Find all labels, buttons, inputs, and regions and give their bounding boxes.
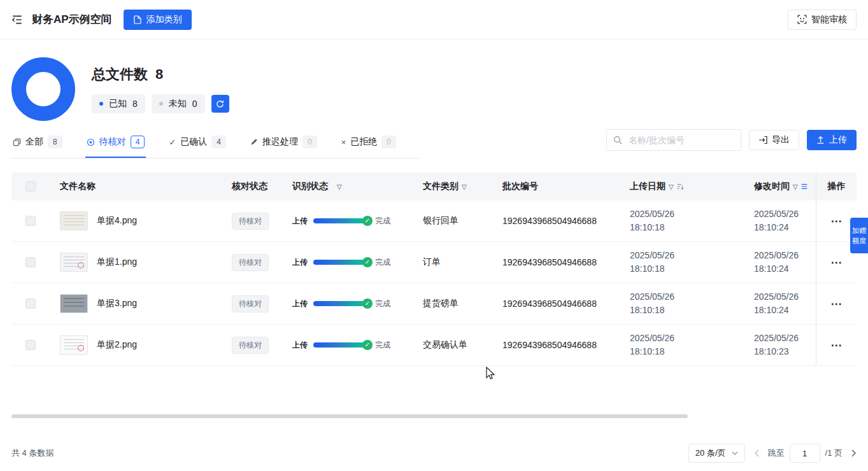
horizontal-scrollbar[interactable] — [11, 414, 688, 418]
smart-review-icon — [797, 15, 807, 24]
tab-pending-check[interactable]: 待核对 4 — [85, 126, 146, 158]
known-value: 8 — [132, 99, 138, 109]
total-files-label: 总文件数 — [92, 65, 148, 84]
more-actions-button[interactable]: ⋯ — [831, 257, 843, 268]
header-recognize-status: 识别状态 ▽ — [281, 181, 411, 192]
upload-stage-label: 上传 — [292, 340, 308, 351]
batch-number: 1926943968504946688 — [491, 257, 618, 267]
upload-stage-label: 上传 — [292, 216, 308, 227]
chevron-right-icon[interactable] — [851, 449, 857, 457]
row-checkbox[interactable] — [25, 299, 36, 309]
collapse-sidebar-icon[interactable] — [11, 14, 23, 25]
stats-info: 总文件数 8 已知 8 未知 0 — [92, 57, 229, 121]
add-category-label: 添加类别 — [146, 14, 182, 25]
tab-rejected-label: 已拒绝 — [350, 136, 377, 148]
upload-datetime: 2025/05/26 18:10:18 — [618, 332, 743, 358]
file-name[interactable]: 单据4.png — [97, 215, 137, 227]
filter-icon[interactable]: ▽ — [669, 183, 674, 190]
sort-icon[interactable] — [676, 183, 684, 190]
modify-date: 2025/05/26 — [754, 249, 816, 262]
pending-check-icon — [87, 138, 95, 146]
known-files-badge: 已知 8 — [92, 94, 145, 113]
check-circle-icon: ✓ — [362, 340, 373, 350]
modify-time: 18:10:23 — [754, 345, 816, 358]
tab-all-count: 8 — [48, 136, 62, 148]
refresh-button[interactable] — [211, 95, 229, 113]
upload-icon — [816, 136, 825, 144]
file-category: 提货磅单 — [411, 298, 491, 309]
column-settings-icon[interactable] — [800, 183, 808, 190]
header-file-category: 文件类别 ▽ — [411, 181, 491, 192]
file-name[interactable]: 单据1.png — [97, 257, 137, 268]
modify-datetime: 2025/05/26 18:10:24 — [743, 249, 816, 276]
header-file-name: 文件名称 — [48, 181, 220, 192]
jump-page-input[interactable] — [790, 444, 820, 463]
tab-confirmed[interactable]: ✓ 已确认 4 — [167, 126, 227, 158]
file-thumbnail[interactable] — [60, 211, 88, 230]
modify-datetime: 2025/05/26 18:10:24 — [743, 207, 816, 234]
filter-icon[interactable]: ▽ — [337, 183, 342, 190]
refresh-icon — [216, 100, 224, 108]
tab-confirmed-label: 已确认 — [180, 136, 207, 148]
file-thumbnail[interactable] — [60, 335, 88, 355]
status-tabs: 全部 8 待核对 4 ✓ 已确认 4 推迟处理 0 — [11, 126, 419, 158]
upload-progress-bar: ✓ — [313, 342, 369, 348]
done-label: 完成 — [375, 299, 390, 309]
check-status-badge: 待核对 — [232, 337, 269, 354]
row-checkbox[interactable] — [25, 340, 36, 350]
batch-number: 1926943968504946688 — [491, 299, 618, 309]
tab-rejected[interactable]: × 已拒绝 0 — [340, 126, 397, 158]
stats-section: 总文件数 8 已知 8 未知 0 — [0, 39, 868, 123]
file-thumbnail[interactable] — [60, 294, 88, 313]
export-button[interactable]: 导出 — [749, 130, 799, 150]
check-status-badge: 待核对 — [232, 295, 269, 313]
more-actions-button[interactable]: ⋯ — [831, 216, 843, 227]
upload-progress-bar: ✓ — [313, 218, 369, 223]
row-checkbox[interactable] — [25, 257, 36, 267]
file-name[interactable]: 单据3.png — [97, 298, 137, 309]
chevron-left-icon[interactable] — [754, 449, 759, 457]
tab-all[interactable]: 全部 8 — [11, 126, 64, 158]
add-category-button[interactable]: 添加类别 — [124, 10, 192, 30]
bonus-quota-tab[interactable]: 加赠额度 — [850, 218, 868, 253]
tab-confirmed-count: 4 — [211, 136, 226, 148]
tab-postponed[interactable]: 推迟处理 0 — [249, 126, 318, 158]
row-checkbox[interactable] — [25, 216, 36, 226]
search-box[interactable] — [606, 129, 741, 151]
export-icon — [758, 136, 767, 144]
upload-stage-label: 上传 — [292, 299, 308, 309]
files-table: 文件名称 核对状态 识别状态 ▽ 文件类别 ▽ 批次编号 上传日期 ▽ 修改时间… — [11, 172, 857, 366]
stats-badges: 已知 8 未知 0 — [92, 94, 229, 113]
modify-date: 2025/05/26 — [754, 290, 816, 304]
tab-pending-check-count: 4 — [131, 136, 145, 148]
smart-review-button[interactable]: 智能审核 — [788, 10, 857, 30]
known-label: 已知 — [109, 98, 127, 109]
select-all-checkbox[interactable] — [25, 181, 36, 192]
file-thumbnail[interactable] — [60, 253, 88, 272]
table-row: 单据3.png 待核对 上传 ✓ 完成 提货磅单 192694396850494… — [11, 283, 857, 325]
page-size-select[interactable]: 20 条/页 — [688, 444, 745, 463]
upload-datetime: 2025/05/26 18:10:18 — [618, 290, 743, 317]
tab-postponed-count: 0 — [302, 136, 317, 148]
filter-icon[interactable]: ▽ — [462, 183, 467, 190]
upload-progress-bar: ✓ — [313, 260, 369, 265]
known-dot-icon — [99, 102, 103, 106]
more-actions-button[interactable]: ⋯ — [831, 340, 843, 351]
confirmed-icon: ✓ — [169, 138, 176, 146]
modify-datetime: 2025/05/26 18:10:24 — [743, 290, 816, 317]
upload-button[interactable]: 上传 — [807, 130, 857, 150]
batch-number: 1926943968504946688 — [491, 216, 618, 226]
filter-icon[interactable]: ▽ — [793, 183, 798, 190]
unknown-label: 未知 — [169, 98, 187, 109]
mouse-cursor-icon — [484, 367, 497, 382]
more-actions-button[interactable]: ⋯ — [831, 299, 843, 309]
check-status-badge: 待核对 — [232, 213, 269, 230]
upload-label: 上传 — [829, 134, 847, 146]
search-input[interactable] — [627, 134, 734, 146]
unknown-value: 0 — [192, 99, 197, 109]
header-batch-no: 批次编号 — [491, 181, 618, 192]
file-name[interactable]: 单据2.png — [97, 339, 137, 351]
tab-all-label: 全部 — [25, 136, 43, 148]
workspace-page: 财务AP示例空间 添加类别 智能审核 总文件数 8 已知 — [0, 0, 868, 471]
done-label: 完成 — [375, 340, 390, 351]
